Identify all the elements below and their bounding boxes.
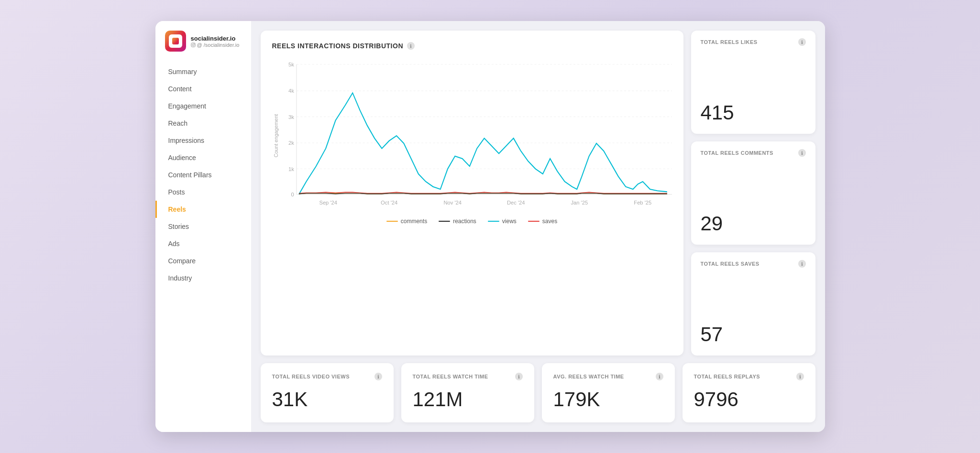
svg-text:Oct '24: Oct '24: [381, 200, 398, 205]
svg-text:3k: 3k: [288, 114, 294, 120]
bottom-stat-label-video-views: TOTAL REELS VIDEO VIEWS: [272, 374, 350, 379]
sidebar-item-summary[interactable]: Summary: [155, 63, 251, 80]
legend-line-saves: [528, 221, 540, 222]
sidebar-item-compare[interactable]: Compare: [155, 252, 251, 270]
bottom-info-icon-video-views[interactable]: ℹ: [374, 373, 382, 380]
stat-card-total-reels-comments: TOTAL REELS COMMENTS ℹ 29: [691, 141, 815, 245]
sidebar-item-content[interactable]: Content: [155, 80, 251, 97]
stat-label-comments: TOTAL REELS COMMENTS: [701, 150, 773, 156]
bottom-card-watch-time: TOTAL REELS WATCH TIME ℹ 121M: [401, 363, 534, 422]
svg-text:Sep '24: Sep '24: [319, 200, 337, 205]
sidebar-item-impressions[interactable]: Impressions: [155, 132, 251, 149]
chart-title-text: REELS INTERACTIONS DISTRIBUTION: [272, 42, 404, 50]
bottom-stat-value-watch-time: 121M: [413, 388, 523, 411]
bottom-card-header-avg-watch-time: AVG. REELS WATCH TIME ℹ: [553, 373, 663, 380]
stat-card-header-comments: TOTAL REELS COMMENTS ℹ: [701, 149, 806, 157]
legend-label-saves: saves: [542, 218, 557, 225]
sidebar-item-posts[interactable]: Posts: [155, 183, 251, 201]
right-stats: TOTAL REELS LIKES ℹ 415 TOTAL REELS COMM…: [691, 31, 815, 356]
legend-label-comments: comments: [401, 218, 427, 225]
stat-label-saves: TOTAL REELS SAVES: [701, 261, 760, 267]
bottom-card-header-watch-time: TOTAL REELS WATCH TIME ℹ: [413, 373, 523, 380]
instagram-icon: [191, 43, 196, 47]
sidebar-item-ads[interactable]: Ads: [155, 235, 251, 252]
stat-value-comments: 29: [701, 212, 806, 235]
legend-label-views: views: [502, 218, 517, 225]
sidebar-item-reels[interactable]: Reels: [155, 201, 251, 218]
bottom-stat-value-replays: 9796: [694, 388, 804, 411]
sidebar-item-content-pillars[interactable]: Content Pillars: [155, 166, 251, 183]
chart-legend: comments reactions views saves: [272, 218, 672, 225]
legend-line-views: [488, 221, 499, 222]
stat-card-header-likes: TOTAL REELS LIKES ℹ: [701, 38, 806, 46]
svg-text:Jan '25: Jan '25: [571, 200, 588, 205]
stat-value-likes: 415: [701, 101, 806, 124]
bottom-stat-label-avg-watch-time: AVG. REELS WATCH TIME: [553, 374, 624, 379]
svg-text:Dec '24: Dec '24: [507, 200, 525, 205]
logo-icon: [165, 31, 186, 52]
chart-card: REELS INTERACTIONS DISTRIBUTION ℹ: [261, 31, 683, 356]
legend-reactions: reactions: [439, 218, 476, 225]
bottom-card-header-video-views: TOTAL REELS VIDEO VIEWS ℹ: [272, 373, 382, 380]
bottom-stat-value-avg-watch-time: 179K: [553, 388, 663, 411]
stat-card-header-saves: TOTAL REELS SAVES ℹ: [701, 260, 806, 268]
main-content: REELS INTERACTIONS DISTRIBUTION ℹ: [251, 21, 825, 432]
legend-line-comments: [386, 221, 398, 222]
bottom-section: TOTAL REELS VIDEO VIEWS ℹ 31K TOTAL REEL…: [261, 363, 815, 422]
chart-title: REELS INTERACTIONS DISTRIBUTION ℹ: [272, 42, 672, 50]
app-handle: @ /socialinsider.io: [191, 42, 240, 48]
stat-value-saves: 57: [701, 323, 806, 346]
legend-comments: comments: [386, 218, 427, 225]
sidebar-logo: socialinsider.io @ /socialinsider.io: [155, 31, 251, 63]
svg-rect-0: [191, 43, 195, 46]
legend-line-reactions: [439, 221, 450, 222]
legend-views: views: [488, 218, 517, 225]
svg-text:5k: 5k: [288, 62, 294, 67]
stat-info-icon-likes[interactable]: ℹ: [798, 38, 806, 46]
svg-text:1k: 1k: [288, 166, 294, 172]
stat-card-total-reels-likes: TOTAL REELS LIKES ℹ 415: [691, 31, 815, 134]
legend-label-reactions: reactions: [453, 218, 476, 225]
bottom-card-header-replays: TOTAL REELS REPLAYS ℹ: [694, 373, 804, 380]
bottom-stat-value-video-views: 31K: [272, 388, 382, 411]
svg-text:Feb '25: Feb '25: [634, 200, 651, 205]
svg-point-1: [192, 43, 194, 45]
chart-svg: 5k 4k 3k 2k 1k 0 Sep '24 Oct '24 Nov '24…: [272, 59, 672, 212]
bottom-info-icon-watch-time[interactable]: ℹ: [515, 373, 523, 380]
bottom-stat-label-watch-time: TOTAL REELS WATCH TIME: [413, 374, 488, 379]
stat-info-icon-saves[interactable]: ℹ: [798, 260, 806, 268]
nav-items: Summary Content Engagement Reach Impress…: [155, 63, 251, 287]
app-container: socialinsider.io @ /socialinsider.io Sum…: [155, 21, 825, 432]
bottom-info-icon-replays[interactable]: ℹ: [796, 373, 804, 380]
sidebar-item-industry[interactable]: Industry: [155, 270, 251, 287]
svg-text:4k: 4k: [288, 88, 294, 94]
stat-label-likes: TOTAL REELS LIKES: [701, 39, 758, 45]
svg-text:Nov '24: Nov '24: [443, 200, 462, 205]
svg-point-2: [194, 43, 194, 44]
logo-icon-inner: [169, 34, 182, 48]
sidebar-item-stories[interactable]: Stories: [155, 218, 251, 235]
svg-text:0: 0: [291, 192, 294, 197]
bottom-card-replays: TOTAL REELS REPLAYS ℹ 9796: [683, 363, 815, 422]
svg-text:Count engagement: Count engagement: [274, 114, 279, 158]
legend-saves: saves: [528, 218, 557, 225]
sidebar-item-audience[interactable]: Audience: [155, 149, 251, 166]
chart-info-icon[interactable]: ℹ: [407, 42, 415, 50]
sidebar: socialinsider.io @ /socialinsider.io Sum…: [155, 21, 251, 432]
stat-card-total-reels-saves: TOTAL REELS SAVES ℹ 57: [691, 252, 815, 356]
svg-text:2k: 2k: [288, 140, 294, 146]
sidebar-item-reach[interactable]: Reach: [155, 115, 251, 132]
chart-area: 5k 4k 3k 2k 1k 0 Sep '24 Oct '24 Nov '24…: [272, 59, 672, 212]
stat-info-icon-comments[interactable]: ℹ: [798, 149, 806, 157]
logo-text: socialinsider.io @ /socialinsider.io: [191, 35, 240, 48]
sidebar-item-engagement[interactable]: Engagement: [155, 97, 251, 115]
bottom-stat-label-replays: TOTAL REELS REPLAYS: [694, 374, 760, 379]
bottom-card-avg-watch-time: AVG. REELS WATCH TIME ℹ 179K: [542, 363, 675, 422]
app-name: socialinsider.io: [191, 35, 240, 42]
bottom-card-video-views: TOTAL REELS VIDEO VIEWS ℹ 31K: [261, 363, 394, 422]
bottom-info-icon-avg-watch-time[interactable]: ℹ: [656, 373, 663, 380]
top-section: REELS INTERACTIONS DISTRIBUTION ℹ: [261, 31, 815, 356]
